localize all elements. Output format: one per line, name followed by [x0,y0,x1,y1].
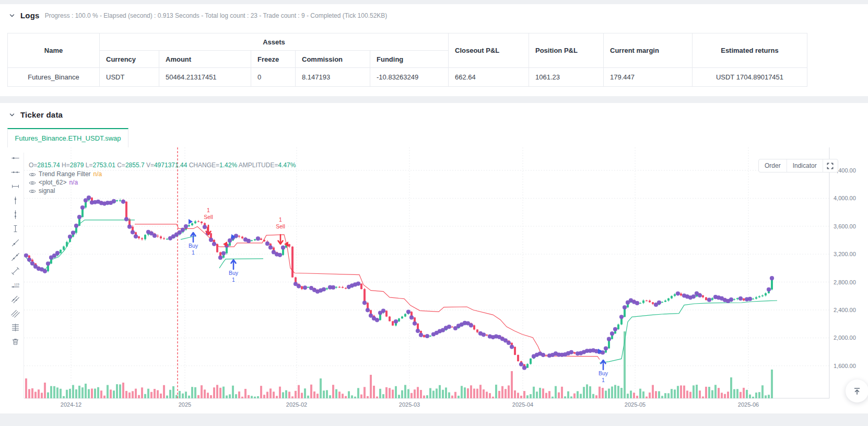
segment-tool-icon[interactable] [10,266,21,276]
signal-dot [131,230,135,234]
candle-body [342,287,344,288]
table-cell: 8.147193 [296,68,370,87]
signal-dot [87,195,91,200]
volume-bar [414,389,416,398]
volume-bar [373,386,375,398]
signal-dot [748,297,752,301]
volume-bar [454,392,456,398]
order-button-label: Order [765,162,781,169]
delete-tool-icon[interactable] [10,336,21,347]
horizontal-line-tool-icon[interactable] [10,167,21,177]
candle-body [404,314,406,317]
candle-body [401,317,403,319]
signal-dot [80,205,85,210]
volume-bar [530,394,532,398]
candle-body [429,336,431,336]
volume-bar [269,388,272,398]
signal-dot [209,238,213,242]
indicator-button[interactable]: Indicator [787,159,823,172]
candle-body [526,364,529,367]
volume-bar [420,390,422,398]
volume-bar [458,396,460,398]
volume-bar [429,388,431,398]
buy-arrow-icon[interactable] [191,233,196,242]
volume-bar [382,394,384,398]
volume-bar [282,392,284,398]
price-channel-tool-icon[interactable] [10,308,21,318]
horizontal-segment-tool-icon[interactable] [10,181,21,191]
volume-bar [501,386,503,398]
candle-body [238,236,240,236]
candle-body [160,236,162,238]
buy-arrow-icon[interactable] [601,360,606,370]
volume-bar [548,391,550,398]
vertical-segment-tool-icon[interactable] [10,223,21,234]
volume-bar [188,396,190,398]
volume-bar [313,392,315,398]
candle-body [530,359,532,364]
signal-dot [604,346,608,350]
volume-bar [50,386,52,398]
volume-bar [740,392,742,398]
candle-body [752,299,754,300]
trend-range-filter-upper-band [135,224,600,360]
volume-bar [60,389,62,398]
col-header: Current margin [604,33,693,68]
table-cell: USDT 1704.89017451 [693,68,807,87]
buy-arrow-icon[interactable] [231,260,236,269]
candle-body [573,352,576,354]
volume-bar [345,396,347,398]
signal-dot [522,366,526,370]
volume-bar [746,390,748,398]
candle-body [733,299,735,300]
volume-bar [91,388,93,398]
fullscreen-icon[interactable] [823,159,838,172]
volume-bar [191,387,193,398]
volume-bar [442,390,444,398]
eye-visibility-icon[interactable] [29,171,36,178]
volume-bar [671,389,673,398]
x-axis-tick-label: 2025-02 [286,401,307,408]
x-axis-tick-label: 2025-03 [399,401,420,408]
sell-arrow-icon[interactable] [278,235,283,244]
parallel-lines-tool-icon[interactable] [10,294,21,304]
collapse-chevron-icon[interactable] [8,12,16,19]
volume-bar [526,395,529,398]
volume-bar [194,387,196,398]
candle-body [385,311,388,317]
trade-marker-label: 1 [192,249,195,256]
col-subheader: Commission [296,51,370,68]
volume-bar [360,395,362,398]
vertical-ray-tool-icon[interactable] [10,195,21,205]
signal-dot [121,200,125,204]
volume-bar [508,385,510,398]
order-button[interactable]: Order [759,159,787,172]
volume-bar [241,397,243,398]
candle-body [674,294,676,296]
volume-bar [266,392,268,398]
ohlc-label: AMPLITUDE= [239,162,278,169]
collapse-chevron-icon[interactable] [8,111,16,119]
volume-bar [116,384,118,398]
eye-visibility-icon[interactable] [29,188,36,195]
volume-bar [505,389,507,398]
vertical-line-tool-icon[interactable] [10,209,21,220]
price-line-tool-icon[interactable]: 123 [10,280,21,290]
col-group-assets: Assets [100,33,449,51]
eye-visibility-icon[interactable] [29,179,36,187]
back-to-top-button[interactable] [846,379,868,402]
volume-bar [711,390,713,398]
fibonacci-lines-tool-icon[interactable] [10,322,21,332]
candle-body [617,325,619,329]
candle-body [736,298,738,299]
volume-bar [743,388,745,398]
horizontal-ray-tool-icon[interactable] [10,153,21,163]
candle-body [652,302,654,304]
x-axis-tick-label: 2025-04 [512,401,533,408]
ray-line-tool-icon[interactable] [10,237,21,248]
volume-bar [135,389,137,398]
tab-futures-binance-eth-usdt-swap[interactable]: Futures_Binance.ETH_USDT.swap [7,128,128,147]
volume-bar [761,385,764,398]
volume-bar [655,391,657,398]
straight-line-tool-icon[interactable] [10,251,21,262]
